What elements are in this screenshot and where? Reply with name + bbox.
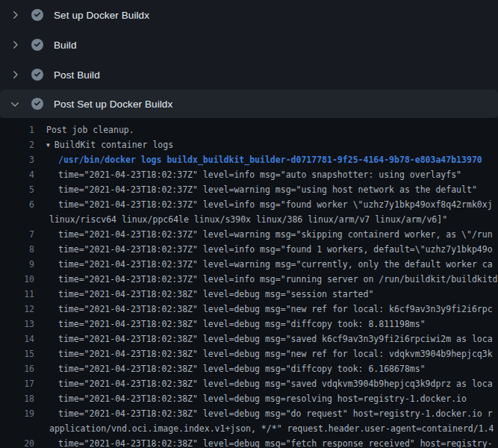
check-circle-icon <box>31 9 43 21</box>
log-line: linux/riscv64 linux/ppc64le linux/s390x … <box>0 212 498 227</box>
step-label: Post Build <box>54 69 100 81</box>
log-line-number[interactable]: 14 <box>0 332 34 346</box>
log-line: 4 time="2021-04-23T18:02:37Z" level=info… <box>0 167 498 182</box>
log-line: 2 ▼BuildKit container logs <box>0 137 498 152</box>
log-line-text: time="2021-04-23T18:02:38Z" level=debug … <box>34 332 493 346</box>
step-row[interactable]: Set up Docker Buildx <box>0 0 498 30</box>
log-line: 12 time="2021-04-23T18:02:38Z" level=deb… <box>0 302 498 317</box>
log-line-number[interactable]: 5 <box>0 182 34 197</box>
log-line: 18 time="2021-04-23T18:02:38Z" level=deb… <box>0 391 498 406</box>
log-line-number[interactable]: 18 <box>0 391 34 406</box>
step-label: Post Set up Docker Buildx <box>54 99 172 110</box>
log-line-text: time="2021-04-23T18:02:38Z" level=debug … <box>34 346 493 361</box>
log-console[interactable]: 1 Post job cleanup. 2 ▼BuildKit containe… <box>0 118 498 448</box>
log-line-text: time="2021-04-23T18:02:37Z" level=info m… <box>34 167 461 182</box>
log-line-text: time="2021-04-23T18:02:38Z" level=debug … <box>34 436 493 448</box>
log-line: 5 time="2021-04-23T18:02:37Z" level=warn… <box>0 182 498 197</box>
log-line-text: time="2021-04-23T18:02:37Z" level=info m… <box>34 197 493 212</box>
actions-log-viewer: Set up Docker Buildx Build Post Buil <box>0 0 498 448</box>
log-line-number[interactable]: 3 <box>0 152 34 167</box>
log-line: 13 time="2021-04-23T18:02:38Z" level=deb… <box>0 317 498 332</box>
step-row[interactable]: Build <box>0 30 498 60</box>
log-line: 11 time="2021-04-23T18:02:38Z" level=deb… <box>0 287 498 302</box>
log-line-text: time="2021-04-23T18:02:38Z" level=debug … <box>34 302 493 317</box>
log-line-number[interactable]: 13 <box>0 317 34 332</box>
log-line-number[interactable]: 15 <box>0 346 34 361</box>
log-line: 1 Post job cleanup. <box>0 122 498 137</box>
log-line-text: time="2021-04-23T18:02:38Z" level=debug … <box>34 287 373 302</box>
log-line-number[interactable]: 16 <box>0 361 34 376</box>
log-line: 16 time="2021-04-23T18:02:38Z" level=deb… <box>0 361 498 376</box>
log-line-number[interactable] <box>0 421 34 436</box>
step-row[interactable]: Post Set up Docker Buildx <box>0 90 498 118</box>
log-line-text: time="2021-04-23T18:02:37Z" level=warnin… <box>34 182 477 197</box>
log-line-number[interactable]: 20 <box>0 436 34 448</box>
chevron-right-icon[interactable] <box>9 69 21 81</box>
log-line: 19 time="2021-04-23T18:02:38Z" level=deb… <box>0 406 498 421</box>
log-line-number[interactable] <box>0 212 34 227</box>
log-line-text: time="2021-04-23T18:02:37Z" level=warnin… <box>34 257 493 272</box>
log-line-text: time="2021-04-23T18:02:38Z" level=debug … <box>34 406 493 421</box>
log-line-text: application/vnd.oci.image.index.v1+json,… <box>34 421 494 436</box>
log-line: 6 time="2021-04-23T18:02:37Z" level=info… <box>0 197 498 212</box>
check-circle-icon <box>31 39 43 51</box>
log-line-number[interactable]: 4 <box>0 167 34 182</box>
log-line-text: time="2021-04-23T18:02:38Z" level=debug … <box>34 391 467 406</box>
step-list: Set up Docker Buildx Build Post Buil <box>0 0 498 118</box>
log-line-text: time="2021-04-23T18:02:38Z" level=debug … <box>34 376 493 391</box>
log-line-number[interactable]: 10 <box>0 272 34 287</box>
log-line-number[interactable]: 2 <box>0 137 34 152</box>
log-line-text: linux/riscv64 linux/ppc64le linux/s390x … <box>34 212 447 227</box>
log-line-text: Post job cleanup. <box>34 122 134 137</box>
log-line-text: time="2021-04-23T18:02:37Z" level=warnin… <box>34 227 493 242</box>
log-group-title: BuildKit container logs <box>55 140 173 150</box>
log-line: 17 time="2021-04-23T18:02:38Z" level=deb… <box>0 376 498 391</box>
step-label: Set up Docker Buildx <box>54 10 149 21</box>
log-line-number[interactable]: 19 <box>0 406 34 421</box>
log-line: 9 time="2021-04-23T18:02:37Z" level=warn… <box>0 257 498 272</box>
log-line-number[interactable]: 11 <box>0 287 34 302</box>
chevron-right-icon[interactable] <box>9 39 21 51</box>
log-line-number[interactable]: 17 <box>0 376 34 391</box>
log-line-text: time="2021-04-23T18:02:38Z" level=debug … <box>34 361 426 376</box>
log-line: 14 time="2021-04-23T18:02:38Z" level=deb… <box>0 332 498 346</box>
log-line: 20 time="2021-04-23T18:02:38Z" level=deb… <box>0 436 498 448</box>
log-line-text: ▼BuildKit container logs <box>34 137 173 152</box>
step-row[interactable]: Post Build <box>0 60 498 90</box>
log-line-number[interactable]: 8 <box>0 242 34 257</box>
log-line: 3 /usr/bin/docker logs buildx_buildkit_b… <box>0 152 498 167</box>
log-line-number[interactable]: 9 <box>0 257 34 272</box>
log-line-text: /usr/bin/docker logs buildx_buildkit_bui… <box>34 152 482 167</box>
log-line: 10 time="2021-04-23T18:02:37Z" level=inf… <box>0 272 498 287</box>
log-line: 8 time="2021-04-23T18:02:37Z" level=info… <box>0 242 498 257</box>
log-line-text: time="2021-04-23T18:02:37Z" level=info m… <box>34 272 498 287</box>
log-line-number[interactable]: 6 <box>0 197 34 212</box>
check-circle-icon <box>31 69 43 81</box>
log-line: 15 time="2021-04-23T18:02:38Z" level=deb… <box>0 346 498 361</box>
log-line-number[interactable]: 1 <box>0 122 34 137</box>
log-line: 7 time="2021-04-23T18:02:37Z" level=warn… <box>0 227 498 242</box>
chevron-down-icon[interactable] <box>9 98 21 110</box>
log-line: application/vnd.oci.image.index.v1+json,… <box>0 421 498 436</box>
log-line-text: time="2021-04-23T18:02:38Z" level=debug … <box>34 317 426 332</box>
chevron-right-icon[interactable] <box>9 9 21 21</box>
check-circle-icon <box>31 98 43 110</box>
log-group-collapse-icon[interactable]: ▼ <box>46 138 50 152</box>
log-line-number[interactable]: 12 <box>0 302 34 317</box>
step-label: Build <box>54 40 77 51</box>
log-line-number[interactable]: 7 <box>0 227 34 242</box>
log-line-text: time="2021-04-23T18:02:37Z" level=info m… <box>34 242 493 257</box>
